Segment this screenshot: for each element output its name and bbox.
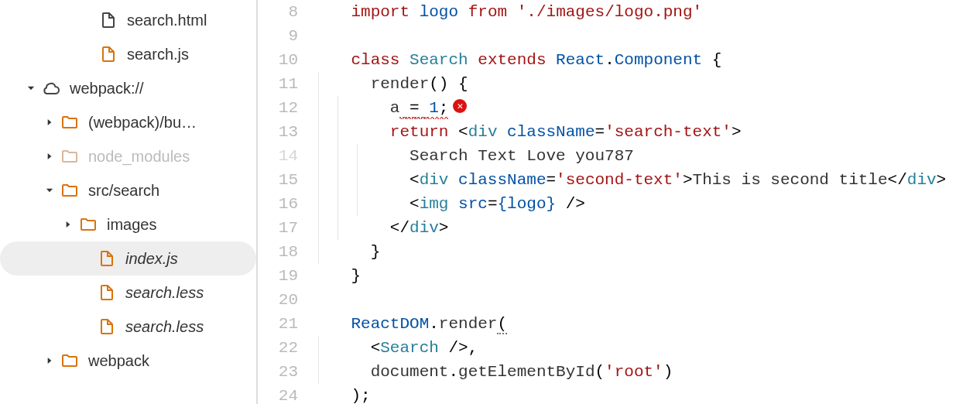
tree-folder[interactable]: webpack bbox=[0, 344, 256, 378]
tree-item-label: webpack bbox=[88, 352, 149, 370]
tree-folder[interactable]: images bbox=[0, 207, 256, 241]
line-number[interactable]: 14 bbox=[258, 144, 298, 168]
cloud-icon bbox=[42, 79, 60, 98]
tree-file[interactable]: search.html bbox=[0, 3, 256, 37]
arrow-spacer bbox=[81, 320, 93, 333]
error-icon[interactable]: ✕ bbox=[453, 99, 467, 113]
code-line[interactable]: ReactDOM.render( bbox=[312, 312, 980, 336]
chevron-right-icon[interactable] bbox=[43, 354, 56, 367]
line-number[interactable]: 10 bbox=[258, 48, 298, 72]
file-orange-icon bbox=[98, 283, 116, 302]
folder-icon bbox=[79, 215, 98, 234]
tree-item-label: search.less bbox=[125, 318, 204, 336]
code-line[interactable]: a = 1;✕ bbox=[312, 96, 980, 120]
folder-icon bbox=[60, 181, 79, 200]
error-squiggle: = 1; bbox=[399, 99, 448, 119]
tree-file[interactable]: search.less bbox=[0, 310, 256, 344]
code-line[interactable]: </div> bbox=[312, 216, 980, 240]
folder-icon bbox=[60, 351, 79, 370]
line-number[interactable]: 9 bbox=[258, 24, 298, 48]
line-number[interactable]: 23 bbox=[258, 360, 298, 384]
file-orange-icon bbox=[98, 317, 116, 336]
code-line[interactable]: import logo from './images/logo.png' bbox=[312, 0, 980, 24]
tree-item-label: (webpack)/bu… bbox=[88, 114, 197, 132]
line-number[interactable]: 19 bbox=[258, 264, 298, 288]
chevron-right-icon[interactable] bbox=[43, 116, 56, 128]
tree-item-label: src/search bbox=[88, 182, 159, 200]
code-line[interactable]: return <div className='search-text'> bbox=[312, 120, 980, 144]
tree-file[interactable]: search.js bbox=[0, 37, 256, 71]
arrow-spacer bbox=[82, 14, 94, 26]
code-line[interactable]: <Search />, bbox=[312, 336, 980, 360]
line-number[interactable]: 8 bbox=[258, 0, 298, 24]
tree-folder[interactable]: webpack:// bbox=[0, 71, 256, 105]
line-number[interactable]: 24 bbox=[258, 384, 298, 404]
code-editor[interactable]: 89101112131415161718192021222324 import … bbox=[258, 0, 980, 404]
line-number-gutter: 89101112131415161718192021222324 bbox=[258, 0, 312, 404]
arrow-spacer bbox=[82, 48, 94, 60]
folder-muted-icon bbox=[60, 147, 79, 166]
line-number[interactable]: 16 bbox=[258, 192, 298, 216]
code-line[interactable] bbox=[312, 288, 980, 312]
arrow-spacer bbox=[81, 286, 93, 299]
code-line[interactable]: render() { bbox=[312, 72, 980, 96]
code-line[interactable]: <img src={logo} /> bbox=[312, 192, 980, 216]
code-line[interactable]: Search Text Love you787 bbox=[312, 144, 980, 168]
file-orange-icon bbox=[98, 249, 116, 268]
line-number[interactable]: 15 bbox=[258, 168, 298, 192]
code-line[interactable]: } bbox=[312, 264, 980, 288]
file-tree-sidebar: search.htmlsearch.jswebpack://(webpack)/… bbox=[0, 0, 256, 404]
code-line[interactable]: class Search extends React.Component { bbox=[312, 48, 980, 72]
chevron-down-icon[interactable] bbox=[43, 184, 56, 197]
code-line[interactable]: ); bbox=[312, 384, 980, 404]
tree-item-label: index.js bbox=[125, 250, 178, 268]
file-icon bbox=[99, 11, 118, 29]
line-number[interactable]: 13 bbox=[258, 120, 298, 144]
line-number[interactable]: 12 bbox=[258, 96, 298, 120]
code-line[interactable]: document.getElementById('root') bbox=[312, 360, 980, 384]
file-orange-icon bbox=[99, 45, 118, 63]
tree-file[interactable]: index.js bbox=[0, 241, 256, 276]
tree-folder[interactable]: node_modules bbox=[0, 139, 256, 173]
tree-item-label: node_modules bbox=[88, 148, 190, 166]
chevron-down-icon[interactable] bbox=[25, 82, 37, 94]
code-line[interactable]: } bbox=[312, 240, 980, 264]
tree-file[interactable]: search.less bbox=[0, 276, 256, 310]
tree-item-label: webpack:// bbox=[70, 80, 144, 98]
line-number[interactable]: 11 bbox=[258, 72, 298, 96]
line-number[interactable]: 18 bbox=[258, 240, 298, 264]
code-content[interactable]: import logo from './images/logo.png' cla… bbox=[312, 0, 980, 404]
folder-icon bbox=[60, 113, 79, 132]
code-line[interactable]: <div className='second-text'>This is sec… bbox=[312, 168, 980, 192]
tree-item-label: search.less bbox=[125, 284, 204, 302]
line-number[interactable]: 20 bbox=[258, 288, 298, 312]
tree-item-label: search.html bbox=[127, 12, 207, 29]
tree-item-label: images bbox=[107, 216, 156, 234]
line-number[interactable]: 17 bbox=[258, 216, 298, 240]
tree-folder[interactable]: (webpack)/bu… bbox=[0, 105, 256, 139]
arrow-spacer bbox=[81, 252, 93, 265]
line-number[interactable]: 22 bbox=[258, 336, 298, 360]
line-number[interactable]: 21 bbox=[258, 312, 298, 336]
chevron-right-icon[interactable] bbox=[62, 218, 74, 231]
tree-folder[interactable]: src/search bbox=[0, 173, 256, 207]
code-line[interactable] bbox=[312, 24, 980, 48]
chevron-right-icon[interactable] bbox=[43, 150, 56, 163]
tree-item-label: search.js bbox=[127, 46, 189, 63]
